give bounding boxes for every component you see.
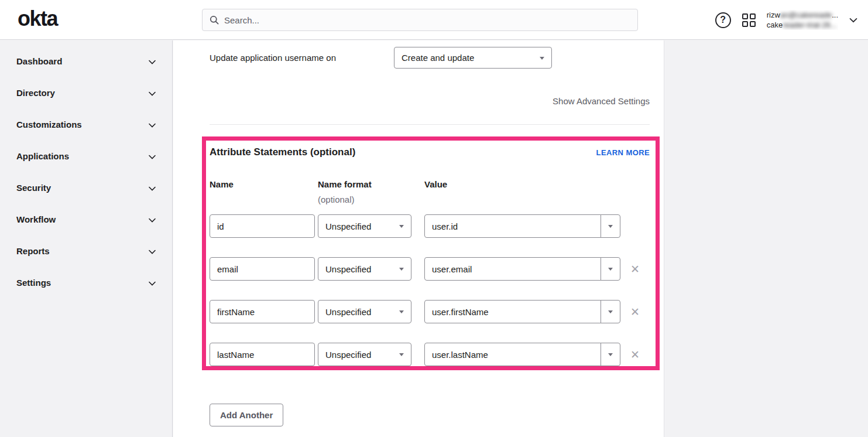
- attribute-row: Unspecified ✕: [210, 300, 650, 323]
- dropdown-caret-icon: [608, 353, 613, 356]
- attr-format-select[interactable]: Unspecified: [318, 300, 411, 323]
- attr-value-dropdown-button[interactable]: [601, 300, 620, 323]
- attr-format-select[interactable]: Unspecified: [318, 257, 411, 281]
- attr-format-value: Unspecified: [325, 350, 371, 360]
- search-icon: [210, 15, 219, 25]
- column-header-format-note: (optional): [318, 194, 424, 205]
- attribute-column-headers: Name Name format (optional) Value: [210, 179, 650, 205]
- sidebar-item-label: Workflow: [16, 214, 56, 224]
- sidebar-item-workflow[interactable]: Workflow: [0, 203, 172, 235]
- sidebar-item-label: Dashboard: [16, 56, 62, 66]
- sidebar-item-label: Reports: [16, 246, 50, 256]
- attr-name-input[interactable]: [210, 214, 315, 238]
- sidebar-item-reports[interactable]: Reports: [0, 235, 172, 267]
- dropdown-caret-icon: [608, 225, 613, 228]
- sidebar-item-security[interactable]: Security: [0, 172, 172, 203]
- attr-value-dropdown-button[interactable]: [601, 257, 620, 281]
- dropdown-caret-icon: [399, 353, 404, 356]
- chevron-down-icon: [149, 246, 156, 256]
- attr-name-input[interactable]: [210, 257, 315, 281]
- attr-value-dropdown-button[interactable]: [601, 343, 620, 366]
- attr-name-input[interactable]: [210, 300, 315, 323]
- attr-value-combobox: [424, 214, 620, 238]
- attribute-row: Unspecified ✕: [210, 343, 650, 366]
- username-update-selected: Create and update: [402, 53, 474, 63]
- chevron-down-icon: [149, 56, 156, 66]
- chevron-down-icon: [149, 120, 156, 129]
- topbar: okta ? rizwan@cakereade... cakereader-tr…: [0, 0, 868, 40]
- topbar-right: ? rizwan@cakereade... cakereader-trial-2…: [715, 0, 857, 40]
- attr-format-value: Unspecified: [325, 221, 371, 231]
- learn-more-link[interactable]: LEARN MORE: [596, 148, 650, 157]
- sidebar-item-settings[interactable]: Settings: [0, 267, 172, 298]
- dropdown-caret-icon: [608, 310, 613, 313]
- remove-row-button[interactable]: ✕: [630, 306, 640, 317]
- attr-format-value: Unspecified: [325, 264, 371, 274]
- account-menu[interactable]: rizwan@cakereade... cakereader-trial-26.…: [767, 10, 838, 30]
- main-content: Update application username on Create an…: [173, 40, 664, 437]
- attr-format-value: Unspecified: [325, 307, 371, 317]
- sidebar: Dashboard Directory Customizations Appli…: [0, 40, 173, 437]
- attr-value-input[interactable]: [424, 214, 601, 238]
- attribute-statements-section: Attribute Statements (optional) LEARN MO…: [210, 146, 650, 366]
- apps-grid-icon[interactable]: [742, 13, 756, 27]
- sidebar-item-label: Settings: [16, 278, 51, 288]
- sidebar-item-directory[interactable]: Directory: [0, 77, 172, 108]
- sidebar-item-label: Customizations: [16, 120, 82, 129]
- attribute-row: Unspecified ✕: [210, 257, 650, 281]
- attribute-statements-title: Attribute Statements (optional): [210, 146, 355, 158]
- chevron-down-icon: [149, 214, 156, 224]
- chevron-down-icon: [149, 151, 156, 161]
- divider: [210, 124, 650, 125]
- attr-format-select[interactable]: Unspecified: [318, 214, 411, 238]
- dropdown-caret-icon: [540, 57, 544, 60]
- attr-value-combobox: [424, 257, 620, 281]
- attr-format-select[interactable]: Unspecified: [318, 343, 411, 366]
- global-search[interactable]: [202, 9, 638, 31]
- remove-row-button[interactable]: ✕: [630, 264, 640, 275]
- username-update-select[interactable]: Create and update: [394, 47, 552, 69]
- dropdown-caret-icon: [399, 268, 404, 271]
- sidebar-item-dashboard[interactable]: Dashboard: [0, 45, 172, 77]
- attr-value-input[interactable]: [424, 300, 601, 323]
- attribute-rows: Unspecified Unspecified: [210, 214, 650, 366]
- show-advanced-settings-link[interactable]: Show Advanced Settings: [210, 96, 650, 107]
- attr-value-input[interactable]: [424, 343, 601, 366]
- user-email: rizwan@cakereade...: [767, 10, 838, 20]
- chevron-down-icon: [149, 278, 156, 288]
- user-org: cakereader-trial-26...: [767, 20, 838, 30]
- remove-row-button[interactable]: ✕: [630, 349, 640, 360]
- dropdown-caret-icon: [608, 268, 613, 271]
- column-header-name: Name: [210, 179, 318, 205]
- sidebar-item-label: Directory: [16, 88, 55, 98]
- chevron-down-icon: [149, 183, 156, 193]
- column-header-value: Value: [424, 179, 650, 205]
- search-input[interactable]: [224, 15, 630, 25]
- attr-name-input[interactable]: [210, 343, 315, 366]
- attr-value-combobox: [424, 300, 620, 323]
- attr-value-combobox: [424, 343, 620, 366]
- sidebar-item-customizations[interactable]: Customizations: [0, 108, 172, 140]
- attr-value-dropdown-button[interactable]: [601, 214, 620, 238]
- username-update-label: Update application username on: [210, 53, 394, 63]
- sidebar-item-label: Security: [16, 183, 51, 193]
- sidebar-item-label: Applications: [16, 151, 69, 161]
- dropdown-caret-icon: [399, 310, 404, 313]
- add-another-button[interactable]: Add Another: [210, 404, 283, 426]
- attr-value-input[interactable]: [424, 257, 601, 281]
- sidebar-item-applications[interactable]: Applications: [0, 140, 172, 172]
- chevron-down-icon: [149, 88, 156, 98]
- column-header-format: Name format: [318, 179, 424, 190]
- username-update-row: Update application username on Create an…: [210, 47, 650, 69]
- okta-logo: okta: [18, 6, 57, 31]
- page: okta ? rizwan@cakereade... cakereader-tr…: [0, 0, 868, 437]
- help-icon[interactable]: ?: [715, 12, 731, 28]
- account-chevron-down-icon[interactable]: [849, 18, 857, 23]
- attribute-row: Unspecified: [210, 214, 650, 238]
- dropdown-caret-icon: [399, 225, 404, 228]
